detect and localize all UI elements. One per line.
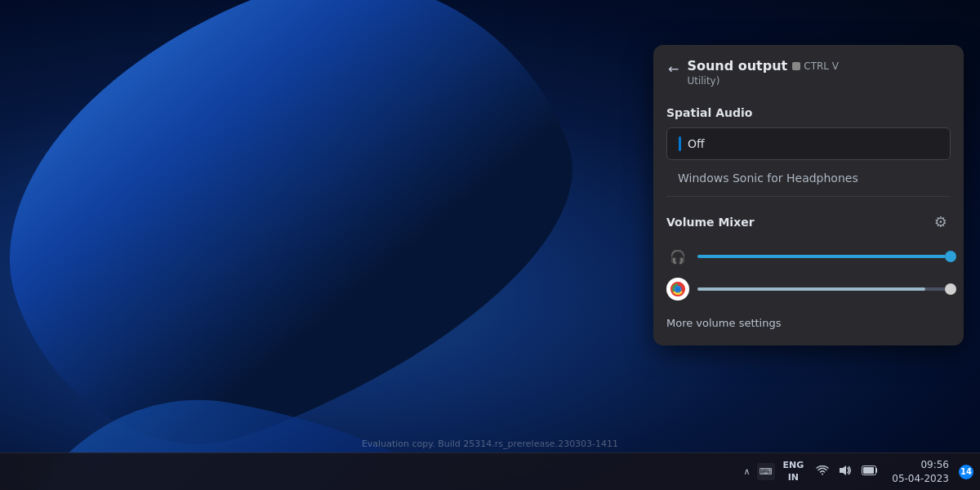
eval-watermark: Evaluation copy. Build 25314.rs_prerelea… (362, 439, 618, 449)
keyboard-icon[interactable]: ⌨ (757, 463, 775, 480)
wifi-icon[interactable] (812, 461, 833, 483)
more-volume-settings-link[interactable]: More volume settings (666, 310, 951, 332)
notification-badge[interactable]: 14 (959, 465, 973, 479)
chrome-icon-svg (666, 278, 689, 301)
lang-primary: ENG (783, 460, 804, 471)
gear-icon[interactable]: ⚙ (931, 210, 951, 234)
headphone-slider-wrapper[interactable] (697, 248, 951, 265)
headphone-slider-thumb[interactable] (945, 251, 956, 262)
headphone-slider-row: 🎧 (666, 245, 951, 268)
svg-point-3 (675, 287, 681, 292)
header-title-row: Sound output CTRL V (687, 58, 951, 74)
header-title-area: Sound output CTRL V Utility) (687, 58, 951, 87)
spatial-audio-label: Spatial Audio (666, 106, 951, 119)
chrome-slider-wrapper[interactable] (697, 281, 951, 297)
headphone-icon: 🎧 (670, 249, 686, 265)
wallpaper-wave-1 (0, 0, 624, 490)
volume-mixer-label: Volume Mixer (666, 216, 755, 229)
chrome-slider-row (666, 278, 951, 301)
title-badge-square (792, 62, 800, 70)
chrome-app-icon (666, 278, 689, 301)
panel-title: Sound output (687, 58, 787, 74)
dropdown-value: Off (688, 137, 705, 150)
chrome-slider-fill (697, 287, 925, 291)
chrome-slider-track (697, 287, 951, 291)
spatial-audio-dropdown[interactable]: Off (666, 127, 951, 160)
title-shortcut: CTRL V (804, 60, 839, 72)
taskbar: ∧ ⌨ ENG IN (0, 452, 980, 490)
dropdown-accent (679, 136, 681, 151)
wifi-svg (816, 466, 829, 475)
mixer-header: Volume Mixer ⚙ (666, 210, 951, 234)
show-hidden-icons-button[interactable]: ∧ (741, 461, 754, 482)
headphone-app-icon: 🎧 (666, 245, 689, 268)
volume-svg (839, 465, 852, 476)
panel-content: Spatial Audio Off Windows Sonic for Head… (653, 93, 964, 345)
battery-icon[interactable] (858, 461, 882, 483)
battery-svg (862, 466, 878, 475)
dropdown-selected[interactable]: Off (666, 127, 951, 160)
back-button[interactable]: ← (666, 60, 680, 78)
taskbar-clock[interactable]: 09:56 05-04-2023 (885, 457, 956, 488)
tray-area (812, 460, 882, 483)
title-badge: CTRL V (792, 60, 839, 72)
lang-secondary: IN (788, 472, 799, 483)
taskbar-time-value: 09:56 (920, 458, 949, 472)
dropdown-option-sonic[interactable]: Windows Sonic for Headphones (666, 163, 951, 193)
panel-header: ← Sound output CTRL V Utility) (653, 45, 964, 93)
headphone-slider-track (697, 255, 951, 258)
svg-marker-4 (840, 466, 846, 475)
volume-icon[interactable] (835, 460, 856, 483)
headphone-slider-fill (697, 255, 946, 258)
taskbar-right: ∧ ⌨ ENG IN (741, 457, 973, 488)
sound-output-panel: ← Sound output CTRL V Utility) Spatial A… (653, 45, 964, 345)
taskbar-date-value: 05-04-2023 (892, 472, 949, 486)
language-indicator[interactable]: ENG IN (778, 458, 809, 485)
header-subtitle: Utility) (687, 75, 951, 87)
divider (666, 196, 951, 197)
chrome-slider-thumb[interactable] (945, 283, 956, 295)
svg-rect-6 (863, 467, 874, 474)
